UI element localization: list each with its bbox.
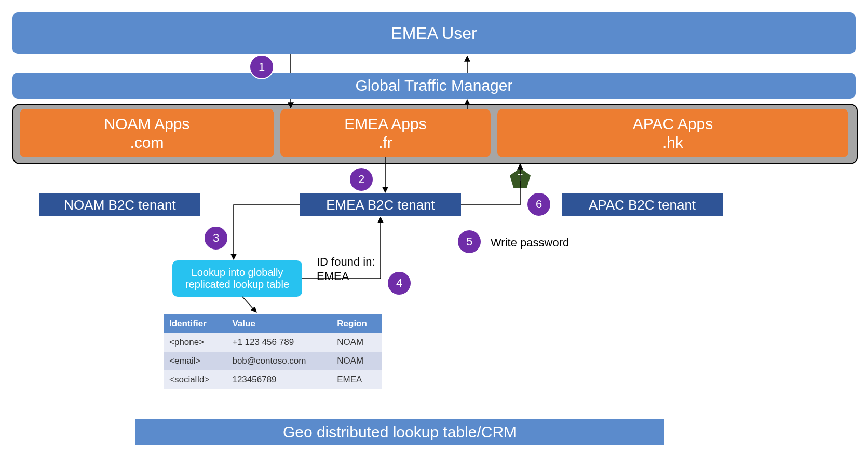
noam-apps-l2: .com — [130, 134, 164, 151]
noam-apps-l1: NOAM Apps — [104, 115, 189, 132]
apac-tenant-label: APAC B2C tenant — [589, 197, 696, 213]
step-2-label: 2 — [358, 173, 364, 186]
cell: bob@contoso.com — [227, 352, 332, 370]
write-password-note: Write password — [491, 236, 569, 250]
th-region: Region — [332, 314, 382, 333]
step-1: 1 — [249, 54, 274, 79]
emea-apps-l2: .fr — [378, 134, 392, 151]
emea-apps: EMEA Apps.fr — [280, 109, 491, 157]
token-label: T — [518, 173, 523, 183]
apac-tenant: APAC B2C tenant — [562, 193, 723, 216]
token-icon: T — [510, 168, 531, 188]
lookup-table: Identifier Value Region <phone> +1 123 4… — [164, 314, 382, 389]
cell: 123456789 — [227, 370, 332, 389]
lookup-box-label: Lookup into globally replicated lookup t… — [178, 267, 297, 290]
table-row: <socialId> 123456789 EMEA — [164, 370, 382, 389]
step-4-label: 4 — [396, 276, 402, 290]
step-6: 6 — [526, 192, 551, 217]
step-6-label: 6 — [536, 198, 542, 211]
cell: EMEA — [332, 370, 382, 389]
apac-apps: APAC Apps.hk — [497, 109, 848, 157]
id-found-note: ID found in: EMEA — [317, 255, 375, 283]
noam-tenant-label: NOAM B2C tenant — [64, 197, 175, 213]
step-2: 2 — [349, 167, 374, 192]
cell: <email> — [164, 352, 227, 370]
cell: NOAM — [332, 352, 382, 370]
step-5-label: 5 — [466, 235, 472, 248]
step-1-label: 1 — [259, 60, 265, 74]
table-row: <email> bob@contoso.com NOAM — [164, 352, 382, 370]
emea-apps-l1: EMEA Apps — [344, 115, 426, 132]
apac-apps-l2: .hk — [662, 134, 683, 151]
emea-tenant: EMEA B2C tenant — [300, 193, 461, 216]
geo-lookup-bar: Geo distributed lookup table/CRM — [135, 419, 664, 445]
cell: +1 123 456 789 — [227, 333, 332, 352]
cell: NOAM — [332, 333, 382, 352]
emea-tenant-label: EMEA B2C tenant — [326, 197, 435, 213]
svg-line-5 — [242, 297, 256, 312]
step-3-label: 3 — [213, 231, 219, 245]
cell: <socialId> — [164, 370, 227, 389]
geo-lookup-label: Geo distributed lookup table/CRM — [283, 423, 517, 441]
write-password-label: Write password — [491, 236, 569, 249]
global-traffic-manager: Global Traffic Manager — [12, 73, 856, 99]
step-3: 3 — [204, 226, 228, 251]
id-found-l1: ID found in: — [317, 255, 375, 268]
step-5: 5 — [457, 229, 482, 254]
th-value: Value — [227, 314, 332, 333]
connectors — [0, 0, 868, 471]
id-found-l2: EMEA — [317, 270, 349, 283]
noam-tenant: NOAM B2C tenant — [39, 193, 200, 216]
cell: <phone> — [164, 333, 227, 352]
table-header-row: Identifier Value Region — [164, 314, 382, 333]
emea-user-label: EMEA User — [391, 24, 477, 43]
apac-apps-l1: APAC Apps — [633, 115, 713, 132]
table-row: <phone> +1 123 456 789 NOAM — [164, 333, 382, 352]
th-identifier: Identifier — [164, 314, 227, 333]
lookup-box: Lookup into globally replicated lookup t… — [172, 260, 302, 297]
step-4: 4 — [387, 271, 412, 296]
gtm-label: Global Traffic Manager — [356, 77, 513, 94]
emea-user-bar: EMEA User — [12, 12, 856, 54]
noam-apps: NOAM Apps.com — [20, 109, 274, 157]
